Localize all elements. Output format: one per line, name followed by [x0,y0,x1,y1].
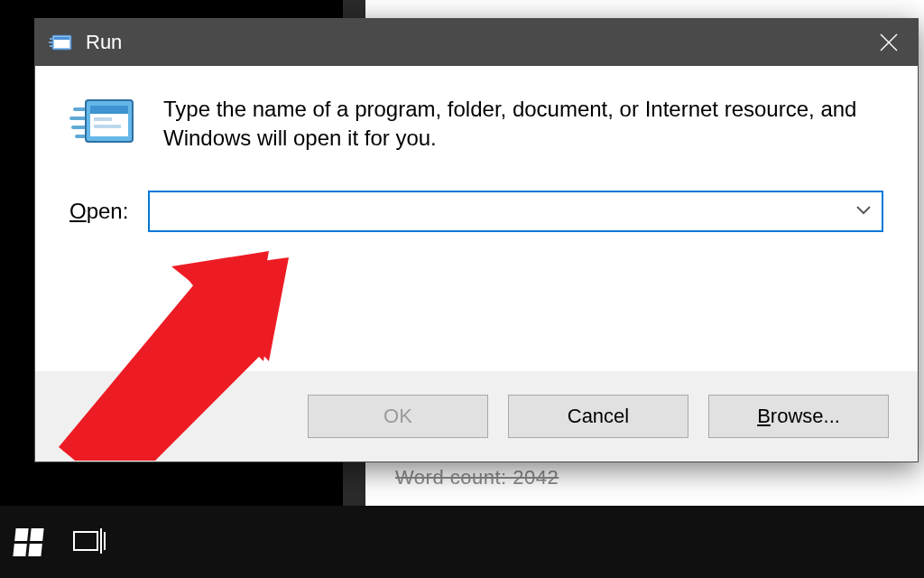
open-input[interactable] [148,191,883,232]
run-app-icon [69,95,138,163]
run-titlebar-icon [48,33,73,51]
cancel-button[interactable]: Cancel [508,395,688,438]
open-combobox[interactable] [148,191,883,232]
task-view-button[interactable] [69,521,110,563]
svg-rect-7 [90,106,128,114]
windows-logo-icon [13,528,43,556]
start-button[interactable] [7,521,49,563]
ok-button[interactable]: OK [308,395,488,438]
taskbar [0,506,924,578]
open-row: Open: [35,163,918,232]
svg-rect-15 [74,532,97,550]
open-label: Open: [69,199,128,224]
dialog-title: Run [86,31,860,54]
svg-rect-8 [94,117,112,121]
dialog-body: Type the name of a program, folder, docu… [35,66,918,163]
svg-rect-9 [94,125,121,128]
close-button[interactable] [860,19,918,66]
svg-rect-2 [54,37,69,40]
run-dialog: Run Type the name of a program, folder, … [34,18,919,462]
task-view-icon [72,527,106,557]
button-row: OK Cancel Browse... [35,371,918,461]
background-wordcount-text: Word count: 2042 [395,466,559,489]
titlebar[interactable]: Run [35,19,918,66]
dialog-description: Type the name of a program, folder, docu… [163,95,883,163]
browse-button[interactable]: Browse... [708,395,889,438]
